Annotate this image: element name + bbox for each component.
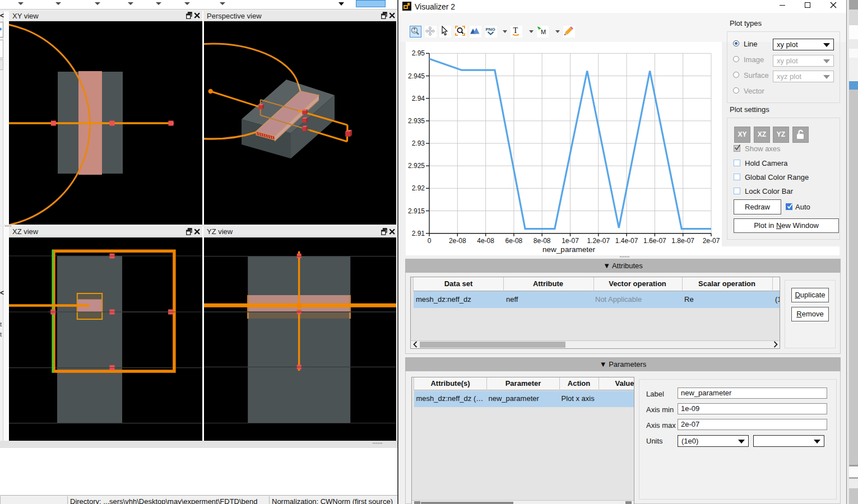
svg-text:2e-08: 2e-08	[449, 237, 466, 245]
svg-text:M: M	[541, 29, 546, 35]
svg-text:2.91: 2.91	[412, 230, 425, 237]
svg-text:6e-08: 6e-08	[505, 237, 523, 245]
svg-text:1.2e-07: 1.2e-07	[587, 237, 610, 245]
svg-text:2.935: 2.935	[408, 117, 425, 125]
svg-text:2e-07: 2e-07	[703, 237, 720, 245]
svg-text:PNG: PNG	[486, 27, 495, 32]
svg-text:1.8e-07: 1.8e-07	[671, 237, 694, 245]
svg-text:2.925: 2.925	[408, 162, 425, 170]
svg-text:2.915: 2.915	[408, 207, 425, 215]
svg-text:T: T	[513, 26, 518, 35]
svg-text:2.93: 2.93	[412, 139, 425, 147]
svg-text:1e-07: 1e-07	[562, 237, 579, 245]
svg-text:8e-08: 8e-08	[534, 237, 551, 245]
svg-text:0: 0	[428, 237, 432, 245]
svg-text:2.92: 2.92	[412, 184, 425, 192]
svg-text:2.94: 2.94	[412, 95, 425, 102]
svg-text:4e-08: 4e-08	[477, 237, 494, 245]
svg-text:2.95: 2.95	[412, 49, 425, 57]
svg-text:1.4e-07: 1.4e-07	[615, 237, 638, 245]
svg-text:new_parameter: new_parameter	[542, 245, 595, 254]
svg-text:2.945: 2.945	[408, 72, 425, 80]
svg-text:1.6e-07: 1.6e-07	[643, 237, 666, 245]
